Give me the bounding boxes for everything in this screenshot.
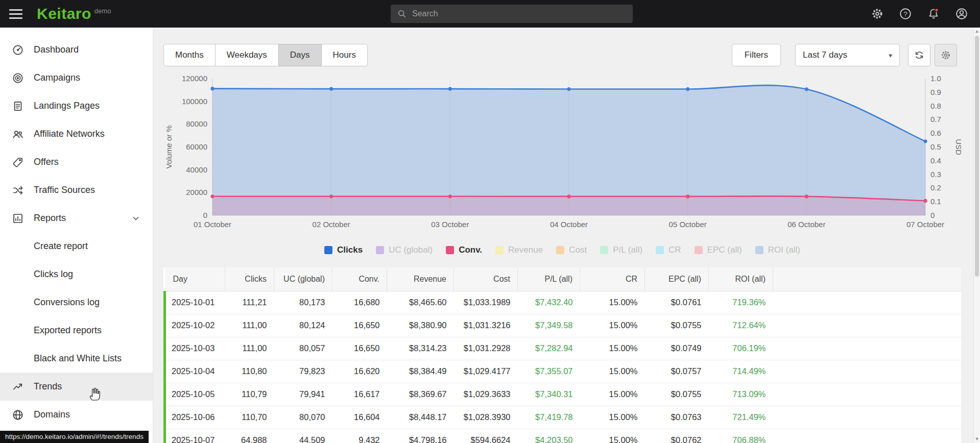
sidebar-item-affiliate-networks[interactable]: Affiliate Networks <box>0 120 153 148</box>
menu-icon[interactable] <box>9 7 22 21</box>
legend-swatch <box>376 246 384 254</box>
svg-text:USD: USD <box>954 139 961 155</box>
legend-label: Revenue <box>508 245 543 255</box>
svg-text:0.7: 0.7 <box>930 115 941 124</box>
sidebar-item-dashboard[interactable]: Dashboard <box>0 36 153 64</box>
svg-text:0.9: 0.9 <box>930 88 941 96</box>
legend-item-cost[interactable]: Cost <box>556 245 587 255</box>
table-cell: $1,031.3216 <box>454 314 518 337</box>
sidebar-item-clicks-log[interactable]: Clicks log <box>0 260 153 288</box>
tab-weekdays[interactable]: Weekdays <box>215 44 279 66</box>
sidebar-item-trends[interactable]: Trends <box>0 373 153 401</box>
chart-settings-button[interactable] <box>935 44 957 66</box>
column-header[interactable]: CR <box>580 267 645 291</box>
account-icon[interactable] <box>954 7 969 21</box>
table-cell-spacer <box>773 383 962 406</box>
column-header-spacer <box>773 267 962 291</box>
tab-days[interactable]: Days <box>278 44 322 66</box>
table-cell: 15.00% <box>580 337 645 360</box>
refresh-button[interactable] <box>908 44 930 66</box>
svg-text:80000: 80000 <box>186 119 207 128</box>
legend-item-uc-global[interactable]: UC (global) <box>376 245 433 255</box>
table-cell: $1,031.2928 <box>454 337 518 360</box>
table-cell-spacer <box>773 360 962 383</box>
table-cell: $7,419.78 <box>518 406 580 429</box>
sidebar-item-campaigns[interactable]: Campaigns <box>0 64 153 92</box>
legend-item-p-l-all[interactable]: P/L (all) <box>600 245 642 255</box>
column-header[interactable]: P/L (all) <box>518 267 580 291</box>
settings-icon[interactable] <box>870 7 885 21</box>
table-cell: 713.09% <box>709 383 773 406</box>
table-cell: 79,941 <box>274 383 332 406</box>
sidebar-item-traffic-sources[interactable]: Traffic Sources <box>0 176 153 204</box>
table-cell-spacer <box>773 429 962 443</box>
svg-text:0.4: 0.4 <box>930 156 941 165</box>
sidebar-item-conversions-log[interactable]: Conversions log <box>0 288 153 316</box>
column-header[interactable]: ROI (all) <box>709 267 773 291</box>
table-cell: $8,314.23 <box>387 337 454 360</box>
column-header[interactable]: Clicks <box>225 267 274 291</box>
svg-text:0.3: 0.3 <box>930 170 941 179</box>
table-cell: 16,680 <box>332 291 387 314</box>
scroll-up-icon[interactable]: ▲ <box>974 29 980 34</box>
chevron-down-icon: ▾ <box>889 52 892 59</box>
column-header[interactable]: Revenue <box>387 267 454 291</box>
table-cell: 15.00% <box>580 291 645 314</box>
date-range-select[interactable]: Last 7 days ▾ <box>795 44 900 66</box>
tab-hours[interactable]: Hours <box>321 44 368 66</box>
sidebar-item-black-and-white-lists[interactable]: Black and White Lists <box>0 344 153 373</box>
legend-item-cr[interactable]: CR <box>656 245 681 255</box>
table-cell: $0.0763 <box>645 406 709 429</box>
table-cell: 16,620 <box>332 360 387 383</box>
legend-item-epc-all[interactable]: EPC (all) <box>695 245 742 255</box>
campaigns-icon <box>11 71 25 85</box>
table-cell-spacer <box>773 291 962 314</box>
svg-text:60000: 60000 <box>186 142 207 151</box>
svg-text:100000: 100000 <box>182 97 207 106</box>
sidebar-item-domains[interactable]: Domains <box>0 401 153 429</box>
table-cell: $0.0761 <box>645 291 709 314</box>
sidebar-item-create-report[interactable]: Create report <box>0 232 153 260</box>
sidebar-item-reports[interactable]: Reports <box>0 204 153 232</box>
column-header[interactable]: Cost <box>454 267 518 291</box>
topbar-left: Keitaro demo <box>0 6 153 21</box>
table-cell: 706.88% <box>709 429 773 443</box>
legend-item-roi-all[interactable]: ROI (all) <box>755 245 800 255</box>
table-cell: 2025-10-06 <box>165 406 225 429</box>
tab-months[interactable]: Months <box>163 44 216 66</box>
vertical-scrollbar[interactable]: ▲ ▼ <box>973 28 980 443</box>
legend-label: CR <box>668 245 681 255</box>
table-row: 2025-10-03111,0080,05716,650$8,314.23$1,… <box>165 337 962 360</box>
legend-label: P/L (all) <box>613 245 642 255</box>
table-cell: $7,355.07 <box>518 360 580 383</box>
column-header[interactable]: UC (global) <box>274 267 332 291</box>
table-cell: $0.0755 <box>645 314 709 337</box>
column-header[interactable]: EPC (all) <box>645 267 709 291</box>
column-header[interactable]: Conv. <box>332 267 387 291</box>
sidebar-item-offers[interactable]: Offers <box>0 148 153 176</box>
table-cell: 16,650 <box>332 337 387 360</box>
logo-text: Keitaro <box>37 6 91 21</box>
scrollbar-thumb[interactable] <box>975 36 979 277</box>
trends-icon <box>11 380 25 393</box>
search-input[interactable] <box>412 9 627 18</box>
legend-item-clicks[interactable]: Clicks <box>324 245 363 255</box>
scroll-down-icon[interactable]: ▼ <box>974 436 980 441</box>
chevron-down-icon <box>131 214 140 223</box>
table-cell: $8,380.90 <box>387 314 454 337</box>
sidebar-item-landings-pages[interactable]: Landings Pages <box>0 92 153 120</box>
legend-swatch <box>695 246 703 254</box>
sidebar-item-label: Clicks log <box>34 269 73 280</box>
table-cell: $594.6624 <box>454 429 518 443</box>
legend-item-revenue[interactable]: Revenue <box>495 245 543 255</box>
sidebar-item-label: Exported reports <box>34 325 102 336</box>
help-icon[interactable]: ? <box>898 7 913 21</box>
legend-item-conv[interactable]: Conv. <box>446 245 482 255</box>
traffic-sources-icon <box>11 184 25 197</box>
sidebar-item-exported-reports[interactable]: Exported reports <box>0 316 153 344</box>
column-header[interactable]: Day <box>165 267 225 291</box>
keitaro-logo[interactable]: Keitaro demo <box>37 6 111 21</box>
notifications-icon[interactable] <box>926 7 941 21</box>
legend-label: Conv. <box>459 245 482 255</box>
filters-button[interactable]: Filters <box>732 44 781 66</box>
